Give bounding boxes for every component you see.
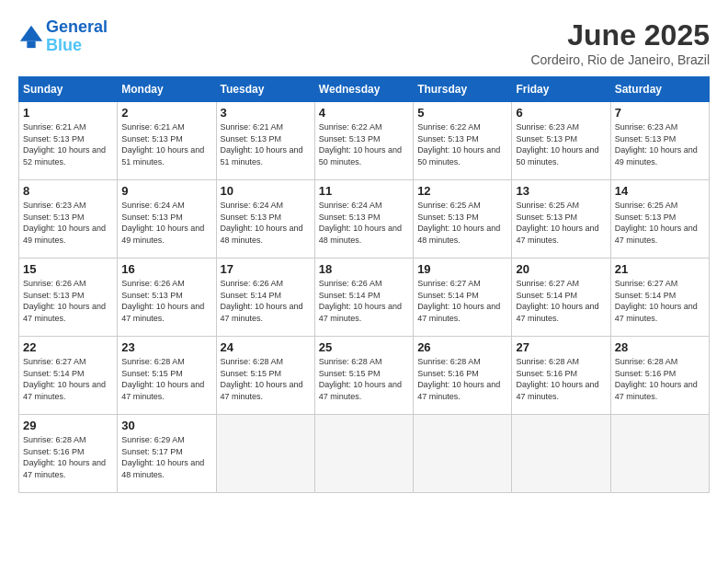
- calendar-cell: 9 Sunrise: 6:24 AM Sunset: 5:13 PM Dayli…: [118, 180, 216, 259]
- calendar-cell: 15 Sunrise: 6:26 AM Sunset: 5:13 PM Dayl…: [19, 259, 118, 337]
- month-title: June 2025: [530, 18, 710, 52]
- calendar-cell: 24 Sunrise: 6:28 AM Sunset: 5:15 PM Dayl…: [216, 337, 314, 415]
- calendar-cell: [414, 415, 512, 493]
- day-info: Sunrise: 6:22 AM Sunset: 5:13 PM Dayligh…: [319, 121, 409, 167]
- calendar-week-row: 15 Sunrise: 6:26 AM Sunset: 5:13 PM Dayl…: [19, 259, 710, 337]
- day-number: 27: [516, 340, 606, 354]
- calendar-week-row: 8 Sunrise: 6:23 AM Sunset: 5:13 PM Dayli…: [19, 180, 710, 259]
- day-number: 26: [417, 340, 507, 354]
- day-number: 23: [121, 340, 211, 354]
- day-info: Sunrise: 6:28 AM Sunset: 5:16 PM Dayligh…: [23, 434, 113, 480]
- day-number: 3: [221, 106, 311, 120]
- day-info: Sunrise: 6:28 AM Sunset: 5:16 PM Dayligh…: [417, 356, 507, 402]
- day-number: 5: [417, 106, 507, 120]
- day-info: Sunrise: 6:24 AM Sunset: 5:13 PM Dayligh…: [319, 200, 409, 246]
- col-header-thursday: Thursday: [414, 77, 512, 102]
- day-number: 16: [121, 262, 211, 276]
- day-number: 22: [23, 340, 113, 354]
- calendar-cell: 3 Sunrise: 6:21 AM Sunset: 5:13 PM Dayli…: [216, 102, 314, 180]
- day-number: 12: [417, 184, 507, 198]
- logo-text: General Blue: [46, 18, 108, 55]
- day-number: 9: [121, 184, 211, 198]
- col-header-monday: Monday: [118, 77, 216, 102]
- calendar-cell: 29 Sunrise: 6:28 AM Sunset: 5:16 PM Dayl…: [19, 415, 118, 493]
- calendar-week-row: 22 Sunrise: 6:27 AM Sunset: 5:14 PM Dayl…: [19, 337, 710, 415]
- calendar-week-row: 1 Sunrise: 6:21 AM Sunset: 5:13 PM Dayli…: [19, 102, 710, 180]
- day-info: Sunrise: 6:26 AM Sunset: 5:13 PM Dayligh…: [121, 278, 211, 324]
- day-info: Sunrise: 6:28 AM Sunset: 5:16 PM Dayligh…: [615, 356, 705, 402]
- calendar-cell: 30 Sunrise: 6:29 AM Sunset: 5:17 PM Dayl…: [118, 415, 216, 493]
- calendar-cell: 10 Sunrise: 6:24 AM Sunset: 5:13 PM Dayl…: [216, 180, 314, 259]
- day-info: Sunrise: 6:27 AM Sunset: 5:14 PM Dayligh…: [23, 356, 113, 402]
- calendar-cell: 2 Sunrise: 6:21 AM Sunset: 5:13 PM Dayli…: [118, 102, 216, 180]
- day-info: Sunrise: 6:27 AM Sunset: 5:14 PM Dayligh…: [516, 278, 606, 324]
- calendar-cell: 17 Sunrise: 6:26 AM Sunset: 5:14 PM Dayl…: [216, 259, 314, 337]
- day-info: Sunrise: 6:27 AM Sunset: 5:14 PM Dayligh…: [615, 278, 705, 324]
- calendar-table: SundayMondayTuesdayWednesdayThursdayFrid…: [18, 76, 710, 493]
- day-number: 25: [319, 340, 409, 354]
- col-header-saturday: Saturday: [610, 77, 709, 102]
- calendar-cell: 1 Sunrise: 6:21 AM Sunset: 5:13 PM Dayli…: [19, 102, 118, 180]
- day-number: 8: [23, 184, 113, 198]
- day-info: Sunrise: 6:21 AM Sunset: 5:13 PM Dayligh…: [121, 121, 211, 167]
- col-header-tuesday: Tuesday: [216, 77, 314, 102]
- day-info: Sunrise: 6:27 AM Sunset: 5:14 PM Dayligh…: [417, 278, 507, 324]
- calendar-cell: 18 Sunrise: 6:26 AM Sunset: 5:14 PM Dayl…: [314, 259, 413, 337]
- calendar-cell: 8 Sunrise: 6:23 AM Sunset: 5:13 PM Dayli…: [19, 180, 118, 259]
- calendar-cell: 22 Sunrise: 6:27 AM Sunset: 5:14 PM Dayl…: [19, 337, 118, 415]
- day-info: Sunrise: 6:23 AM Sunset: 5:13 PM Dayligh…: [615, 121, 705, 167]
- day-info: Sunrise: 6:24 AM Sunset: 5:13 PM Dayligh…: [221, 200, 311, 246]
- day-number: 2: [121, 106, 211, 120]
- calendar-cell: 7 Sunrise: 6:23 AM Sunset: 5:13 PM Dayli…: [610, 102, 709, 180]
- day-number: 13: [516, 184, 606, 198]
- day-info: Sunrise: 6:25 AM Sunset: 5:13 PM Dayligh…: [417, 200, 507, 246]
- day-info: Sunrise: 6:23 AM Sunset: 5:13 PM Dayligh…: [23, 200, 113, 246]
- day-number: 18: [319, 262, 409, 276]
- day-info: Sunrise: 6:24 AM Sunset: 5:13 PM Dayligh…: [121, 200, 211, 246]
- day-number: 20: [516, 262, 606, 276]
- day-info: Sunrise: 6:22 AM Sunset: 5:13 PM Dayligh…: [417, 121, 507, 167]
- title-area: June 2025 Cordeiro, Rio de Janeiro, Braz…: [530, 18, 710, 67]
- calendar-cell: [314, 415, 413, 493]
- calendar-cell: 26 Sunrise: 6:28 AM Sunset: 5:16 PM Dayl…: [414, 337, 512, 415]
- day-number: 30: [121, 419, 211, 432]
- day-number: 4: [319, 106, 409, 120]
- day-info: Sunrise: 6:26 AM Sunset: 5:14 PM Dayligh…: [319, 278, 409, 324]
- calendar-cell: 25 Sunrise: 6:28 AM Sunset: 5:15 PM Dayl…: [314, 337, 413, 415]
- logo-icon: [18, 24, 44, 50]
- calendar-cell: 23 Sunrise: 6:28 AM Sunset: 5:15 PM Dayl…: [118, 337, 216, 415]
- calendar-cell: 6 Sunrise: 6:23 AM Sunset: 5:13 PM Dayli…: [512, 102, 610, 180]
- calendar-cell: 14 Sunrise: 6:25 AM Sunset: 5:13 PM Dayl…: [610, 180, 709, 259]
- location-subtitle: Cordeiro, Rio de Janeiro, Brazil: [530, 52, 710, 67]
- col-header-friday: Friday: [512, 77, 610, 102]
- day-info: Sunrise: 6:25 AM Sunset: 5:13 PM Dayligh…: [516, 200, 606, 246]
- calendar-cell: 5 Sunrise: 6:22 AM Sunset: 5:13 PM Dayli…: [414, 102, 512, 180]
- day-number: 21: [615, 262, 705, 276]
- calendar-cell: 20 Sunrise: 6:27 AM Sunset: 5:14 PM Dayl…: [512, 259, 610, 337]
- day-number: 10: [221, 184, 311, 198]
- svg-rect-1: [27, 40, 35, 47]
- day-number: 24: [221, 340, 311, 354]
- calendar-cell: 19 Sunrise: 6:27 AM Sunset: 5:14 PM Dayl…: [414, 259, 512, 337]
- calendar-cell: 16 Sunrise: 6:26 AM Sunset: 5:13 PM Dayl…: [118, 259, 216, 337]
- calendar-cell: 27 Sunrise: 6:28 AM Sunset: 5:16 PM Dayl…: [512, 337, 610, 415]
- day-number: 19: [417, 262, 507, 276]
- day-number: 14: [615, 184, 705, 198]
- day-number: 17: [221, 262, 311, 276]
- day-info: Sunrise: 6:29 AM Sunset: 5:17 PM Dayligh…: [121, 434, 211, 480]
- day-info: Sunrise: 6:23 AM Sunset: 5:13 PM Dayligh…: [516, 121, 606, 167]
- day-info: Sunrise: 6:28 AM Sunset: 5:15 PM Dayligh…: [121, 356, 211, 402]
- day-info: Sunrise: 6:25 AM Sunset: 5:13 PM Dayligh…: [615, 200, 705, 246]
- calendar-cell: 4 Sunrise: 6:22 AM Sunset: 5:13 PM Dayli…: [314, 102, 413, 180]
- col-header-wednesday: Wednesday: [314, 77, 413, 102]
- calendar-cell: [216, 415, 314, 493]
- day-number: 6: [516, 106, 606, 120]
- logo: General Blue: [18, 18, 108, 55]
- day-number: 7: [615, 106, 705, 120]
- calendar-cell: 28 Sunrise: 6:28 AM Sunset: 5:16 PM Dayl…: [610, 337, 709, 415]
- calendar-cell: 13 Sunrise: 6:25 AM Sunset: 5:13 PM Dayl…: [512, 180, 610, 259]
- calendar-cell: 11 Sunrise: 6:24 AM Sunset: 5:13 PM Dayl…: [314, 180, 413, 259]
- calendar-week-row: 29 Sunrise: 6:28 AM Sunset: 5:16 PM Dayl…: [19, 415, 710, 493]
- svg-marker-0: [20, 26, 42, 41]
- day-info: Sunrise: 6:28 AM Sunset: 5:16 PM Dayligh…: [516, 356, 606, 402]
